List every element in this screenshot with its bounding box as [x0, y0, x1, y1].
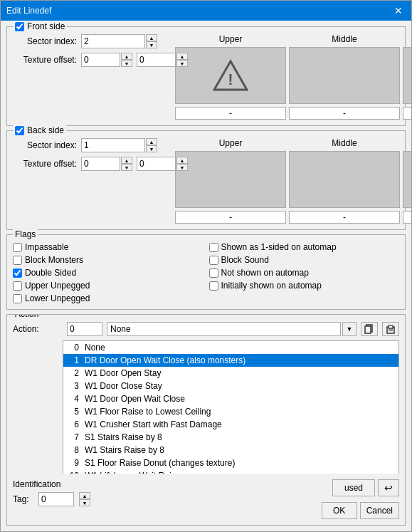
back-sector-spin-up[interactable]: ▲ — [146, 138, 157, 145]
back-middle-label: Middle — [289, 138, 400, 148]
back-offset-x-down[interactable]: ▼ — [121, 164, 132, 171]
flag-impassable[interactable]: Impassable — [13, 242, 204, 252]
front-offset-x-input[interactable] — [81, 53, 120, 67]
back-upper-texture[interactable] — [175, 151, 286, 208]
dropdown-item-0[interactable]: 0None — [63, 341, 398, 354]
front-upper-label: Upper — [175, 34, 286, 44]
front-offset-y-input[interactable] — [137, 53, 176, 67]
flag-block-monsters-label: Block Monsters — [25, 255, 83, 265]
main-content: Front side Sector index: ▲ ▼ — [1, 21, 411, 531]
dropdown-item-9[interactable]: 9S1 Floor Raise Donut (changes texture) — [63, 457, 398, 469]
action-dropdown-arrow-btn[interactable]: ▼ — [342, 322, 356, 336]
flag-block-monsters-checkbox[interactable] — [13, 256, 22, 265]
front-lower-texture[interactable] — [403, 47, 411, 104]
dropdown-area: 0None1DR Door Open Wait Close (also mons… — [13, 340, 399, 474]
back-side-content: Sector index: ▲ ▼ Texture offset: — [13, 138, 399, 224]
action-value-input[interactable] — [67, 322, 102, 336]
back-offset-y-down[interactable]: ▼ — [176, 164, 188, 171]
back-middle-texture[interactable] — [289, 151, 400, 208]
front-offset-y-up[interactable]: ▲ — [176, 53, 188, 60]
dropdown-item-2[interactable]: 2W1 Door Open Stay — [63, 367, 398, 380]
action-content: Action: ▼ — [13, 322, 399, 519]
flag-upper-unpegged-checkbox[interactable] — [13, 281, 22, 291]
flag-initially-shown[interactable]: Initially shown on automap — [209, 281, 400, 291]
front-middle-texture[interactable] — [289, 47, 400, 104]
undo-button[interactable]: ↩ — [378, 479, 399, 496]
cancel-button[interactable]: Cancel — [360, 502, 399, 519]
close-button[interactable]: ✕ — [391, 6, 406, 16]
back-sector-btns: ▲ ▼ — [146, 138, 157, 152]
back-sector-label: Sector index: — [13, 140, 77, 150]
dropdown-item-5[interactable]: 5W1 Floor Raise to Lowest Ceiling — [63, 405, 398, 418]
dropdown-item-text: W1 Door Open Wait Close — [85, 394, 394, 404]
dropdown-item-8[interactable]: 8W1 Stairs Raise by 8 — [63, 444, 398, 457]
back-side-checkbox[interactable] — [15, 126, 24, 135]
back-lower-name[interactable] — [403, 211, 411, 224]
action-paste-icon-btn[interactable] — [382, 322, 399, 336]
tag-spin-up[interactable]: ▲ — [79, 492, 90, 499]
dropdown-item-3[interactable]: 3W1 Door Close Stay — [63, 380, 398, 392]
back-sector-input[interactable] — [81, 138, 145, 152]
flag-lower-unpegged[interactable]: Lower Unpegged — [13, 293, 204, 303]
back-middle-name[interactable] — [289, 211, 400, 224]
front-sector-spin-down[interactable]: ▼ — [146, 41, 157, 48]
tag-spin-down[interactable]: ▼ — [79, 499, 90, 506]
back-upper-name[interactable] — [175, 211, 286, 224]
back-lower-texture[interactable] — [403, 151, 411, 208]
back-sector-spin-down[interactable]: ▼ — [146, 145, 157, 152]
front-upper-name[interactable] — [175, 107, 286, 120]
back-offset-x-btns: ▲ ▼ — [121, 157, 132, 171]
used-button[interactable]: used — [332, 479, 375, 496]
dropdown-item-10[interactable]: 10W1 Lift Lower Wait Raise — [63, 469, 398, 474]
back-offset-x-spinner: ▲ ▼ — [81, 157, 132, 171]
front-middle-name[interactable] — [289, 107, 400, 120]
dropdown-item-7[interactable]: 7S1 Stairs Raise by 8 — [63, 431, 398, 444]
action-copy-icon-btn[interactable] — [361, 322, 378, 336]
back-offset-y-up[interactable]: ▲ — [176, 157, 188, 164]
back-offset-x-up[interactable]: ▲ — [121, 157, 132, 164]
flag-upper-unpegged-label: Upper Unpegged — [25, 281, 90, 291]
tag-input[interactable] — [38, 492, 74, 506]
flag-initially-shown-checkbox[interactable] — [209, 281, 218, 291]
action-dropdown-field[interactable] — [107, 322, 341, 336]
back-side-title: Back side — [13, 125, 66, 135]
flag-block-sound-checkbox[interactable] — [209, 256, 218, 265]
flag-double-sided-checkbox[interactable] — [13, 268, 22, 278]
dropdown-item-6[interactable]: 6W1 Crusher Start with Fast Damage — [63, 418, 398, 431]
tag-spinner-btns: ▲ ▼ — [79, 492, 90, 506]
flags-right-col: Shown as 1-sided on automap Block Sound … — [209, 242, 400, 303]
flag-impassable-label: Impassable — [25, 242, 68, 252]
dropdown-spacer — [13, 340, 63, 474]
flag-shown-1sided[interactable]: Shown as 1-sided on automap — [209, 242, 400, 252]
dropdown-item-1[interactable]: 1DR Door Open Wait Close (also monsters) — [63, 354, 398, 367]
back-offset-x-input[interactable] — [81, 157, 120, 171]
front-upper-texture[interactable]: ! — [175, 47, 286, 104]
back-offset-y-input[interactable] — [137, 157, 176, 171]
identification-label: Identification — [13, 479, 316, 489]
front-side-checkbox[interactable] — [15, 22, 24, 31]
front-offset-x-up[interactable]: ▲ — [121, 53, 132, 60]
flags-content: Impassable Block Monsters Double Sided U… — [13, 242, 399, 303]
flag-block-monsters[interactable]: Block Monsters — [13, 255, 204, 265]
flag-double-sided[interactable]: Double Sided — [13, 268, 204, 278]
flag-not-shown-automap[interactable]: Not shown on automap — [209, 268, 400, 278]
front-offset-x-spinner: ▲ ▼ — [81, 53, 132, 67]
flag-not-shown-automap-checkbox[interactable] — [209, 268, 218, 278]
dropdown-list-inner[interactable]: 0None1DR Door Open Wait Close (also mons… — [63, 341, 398, 474]
flag-upper-unpegged[interactable]: Upper Unpegged — [13, 281, 204, 291]
flag-impassable-checkbox[interactable] — [13, 243, 22, 252]
front-offset-y-down[interactable]: ▼ — [176, 60, 188, 67]
front-sector-spin-up[interactable]: ▲ — [146, 34, 157, 41]
dropdown-item-num: 5 — [68, 407, 79, 417]
edit-linedef-window: Edit Linedef ✕ Front side Sector index: … — [0, 0, 412, 532]
ok-button[interactable]: OK — [322, 502, 357, 519]
front-sector-input[interactable] — [81, 34, 145, 48]
dropdown-item-num: 10 — [68, 471, 79, 474]
front-lower-name[interactable] — [403, 107, 411, 120]
flag-block-sound[interactable]: Block Sound — [209, 255, 400, 265]
flag-shown-1sided-checkbox[interactable] — [209, 243, 218, 252]
front-offset-x-down[interactable]: ▼ — [121, 60, 132, 67]
front-offset-y-btns: ▲ ▼ — [176, 53, 188, 67]
flag-lower-unpegged-checkbox[interactable] — [13, 294, 22, 303]
dropdown-item-4[interactable]: 4W1 Door Open Wait Close — [63, 392, 398, 405]
